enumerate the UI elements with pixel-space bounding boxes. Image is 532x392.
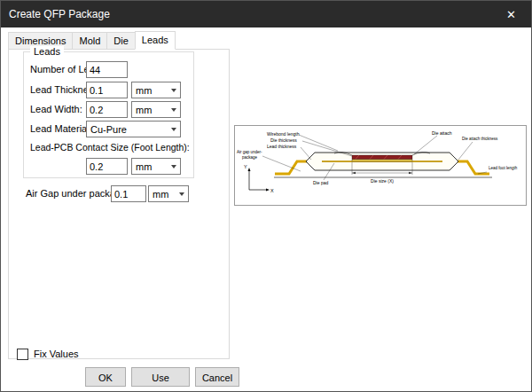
lead-material-label: Lead Material:	[30, 123, 92, 134]
window-title: Create QFP Package	[9, 8, 110, 20]
dropdown-arrow-icon	[167, 165, 180, 169]
label-die-pad: Die pad	[313, 180, 328, 185]
cancel-button[interactable]: Cancel	[195, 367, 239, 387]
y-axis-arrowhead	[248, 168, 251, 171]
lead-pcb-contact-unit-value: mm	[132, 161, 167, 172]
dropdown-arrow-icon	[167, 128, 180, 131]
x-axis-arrowhead	[266, 189, 270, 192]
create-qfp-package-dialog: { "window": { "title": "Create QFP Packa…	[0, 0, 532, 392]
lead-width-label: Lead Width:	[30, 104, 82, 114]
label-axis-x: X	[270, 188, 274, 193]
title-bar: Create QFP Package ✕	[1, 1, 531, 27]
leader	[299, 135, 338, 151]
leader	[458, 142, 473, 160]
die	[352, 155, 412, 160]
label-wirebond-length: Wirebond length	[267, 131, 300, 137]
air-gap-unit-dropdown[interactable]: mm	[148, 185, 189, 202]
dropdown-arrow-icon	[175, 192, 188, 196]
lead-pcb-contact-label: Lead-PCB Contact Size (Foot Length):	[30, 142, 190, 153]
air-gap-input[interactable]	[111, 185, 146, 202]
lead-width-unit-dropdown[interactable]: mm	[131, 101, 181, 118]
leader	[414, 136, 437, 154]
leads-group-title: Leads	[30, 46, 64, 57]
label-air-gap-line2: package	[242, 155, 258, 160]
label-die-attach: Die attach	[432, 130, 452, 136]
die-attach-layer	[352, 160, 412, 162]
arrowhead	[409, 172, 412, 174]
lead-pcb-contact-input[interactable]	[86, 158, 128, 175]
lead-material-value: Cu-Pure	[87, 124, 167, 135]
dropdown-arrow-icon	[167, 89, 180, 92]
dropdown-arrow-icon	[167, 108, 180, 112]
package-diagram: Wirebond length Die thickness Lead thick…	[234, 125, 527, 206]
close-button[interactable]: ✕	[491, 1, 531, 27]
lead-thickness-unit-value: mm	[132, 85, 167, 96]
lead-thickness-unit-dropdown[interactable]: mm	[131, 82, 181, 98]
arrowhead	[352, 172, 356, 174]
label-lead-foot-length: Lead foot length	[489, 166, 518, 170]
label-lead-thickness: Lead thickness	[267, 144, 297, 149]
ok-button[interactable]: OK	[85, 367, 126, 387]
label-air-gap-line1: Air gap under-	[237, 150, 262, 154]
lead-thickness-input[interactable]	[86, 82, 128, 98]
use-default-button[interactable]: Use Default	[131, 367, 190, 387]
fix-values-checkbox[interactable]	[17, 349, 28, 360]
lead-width-unit-value: mm	[132, 105, 167, 115]
label-die-attach-thickness: Die attach thickness	[462, 137, 498, 141]
lead-pcb-contact-unit-dropdown[interactable]: mm	[131, 158, 181, 175]
lead-material-dropdown[interactable]: Cu-Pure	[86, 121, 181, 137]
tab-leads[interactable]: Leads	[135, 31, 176, 50]
lead-width-input[interactable]	[86, 101, 128, 118]
qfp-cross-section-diagram: Wirebond length Die thickness Lead thick…	[235, 126, 526, 205]
label-die-thickness: Die thickness	[270, 137, 297, 143]
label-axis-y: Y	[244, 164, 247, 169]
tab-mold[interactable]: Mold	[72, 32, 107, 50]
air-gap-unit-value: mm	[149, 189, 175, 200]
tab-die[interactable]: Die	[106, 32, 136, 50]
number-of-leads-input[interactable]	[86, 61, 128, 78]
fix-values-label: Fix Values	[34, 349, 79, 359]
label-die-size: Die size (X)	[371, 178, 394, 184]
leader	[301, 147, 311, 160]
